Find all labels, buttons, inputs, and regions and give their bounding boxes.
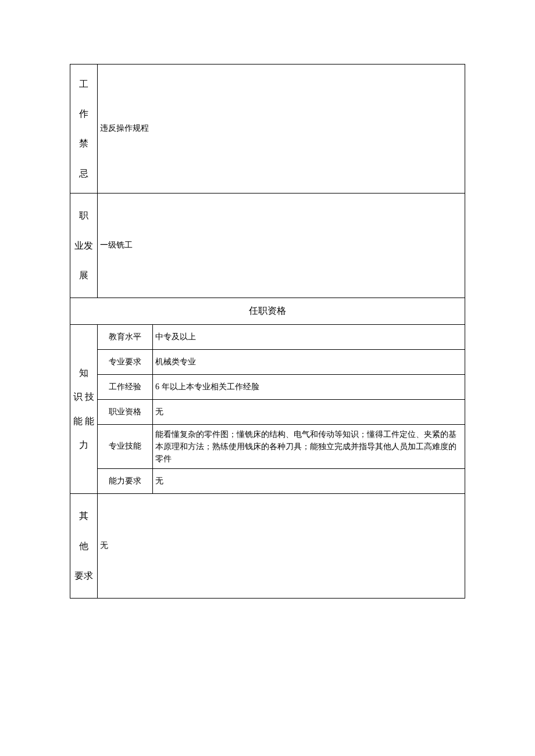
label-char: 要求: [74, 561, 93, 590]
row-taboo-value: 违反操作规程: [98, 65, 465, 194]
row-career-label: 职 业发 展: [70, 193, 98, 298]
label-char: 其: [79, 501, 88, 531]
exp-label: 工作经验: [98, 374, 153, 399]
label-char: 他: [79, 531, 88, 561]
cert-value: 无: [153, 399, 465, 424]
other-value: 无: [98, 493, 465, 598]
label-char: 忌: [79, 159, 88, 188]
qualification-header: 任职资格: [70, 298, 465, 324]
job-spec-table: 工 作 禁 忌 违反操作规程 职 业发 展 一级铣工 任职资格 知 识 技: [70, 64, 465, 599]
skill-value: 能看懂复杂的零件图；懂铣床的结构、电气和传动等知识；懂得工件定位、夹紧的基本原理…: [153, 424, 465, 468]
row-career-value: 一级铣工: [98, 193, 465, 298]
major-label: 专业要求: [98, 349, 153, 374]
ability-value: 无: [153, 468, 465, 493]
edu-label: 教育水平: [98, 324, 153, 349]
label-char: 力: [79, 433, 88, 457]
major-value: 机械类专业: [153, 349, 465, 374]
other-label: 其 他 要求: [70, 493, 98, 598]
label-char: 禁: [79, 128, 88, 158]
edu-value: 中专及以上: [153, 324, 465, 349]
label-char: 作: [79, 99, 88, 128]
skill-label: 专业技能: [98, 424, 153, 468]
knowledge-label: 知 识 技 能 能 力: [70, 324, 98, 493]
label-char: 能 能: [73, 409, 94, 433]
ability-label: 能力要求: [98, 468, 153, 493]
exp-value: 6 年以上本专业相关工作经脸: [153, 374, 465, 399]
label-char: 识 技: [73, 385, 94, 409]
label-char: 展: [79, 260, 88, 290]
label-char: 工: [79, 69, 88, 99]
label-char: 职: [79, 200, 88, 230]
label-char: 知: [79, 361, 88, 385]
cert-label: 职业资格: [98, 399, 153, 424]
label-char: 业发: [74, 231, 93, 260]
row-taboo-label: 工 作 禁 忌: [70, 65, 98, 194]
